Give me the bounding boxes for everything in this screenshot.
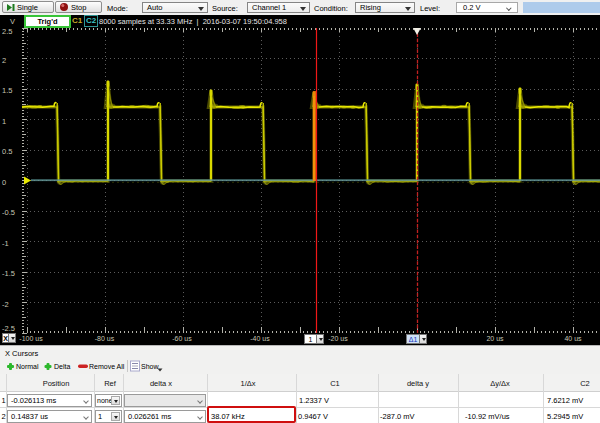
- svg-text:-60 us: -60 us: [172, 335, 192, 342]
- svg-text:V: V: [10, 17, 15, 26]
- svg-text:-2: -2: [2, 300, 9, 309]
- svg-text:20 us: 20 us: [486, 335, 504, 342]
- svg-text:0.5: 0.5: [2, 147, 12, 156]
- svg-text:1.5: 1.5: [2, 86, 12, 95]
- svg-text:-40 us: -40 us: [250, 335, 270, 342]
- svg-text:1: 1: [2, 117, 6, 126]
- svg-text:-100 us: -100 us: [19, 335, 43, 342]
- svg-text:-2.5: -2.5: [2, 324, 15, 333]
- svg-text:-0.5: -0.5: [2, 208, 15, 217]
- svg-text:2: 2: [2, 56, 6, 65]
- svg-text:-1.5: -1.5: [2, 269, 15, 278]
- svg-text:2.5: 2.5: [2, 27, 12, 36]
- svg-text:0: 0: [2, 178, 6, 187]
- svg-text:-80 us: -80 us: [95, 335, 115, 342]
- svg-text:-20 us: -20 us: [328, 335, 348, 342]
- svg-text:40 us: 40 us: [564, 335, 582, 342]
- svg-text:-1: -1: [2, 239, 9, 248]
